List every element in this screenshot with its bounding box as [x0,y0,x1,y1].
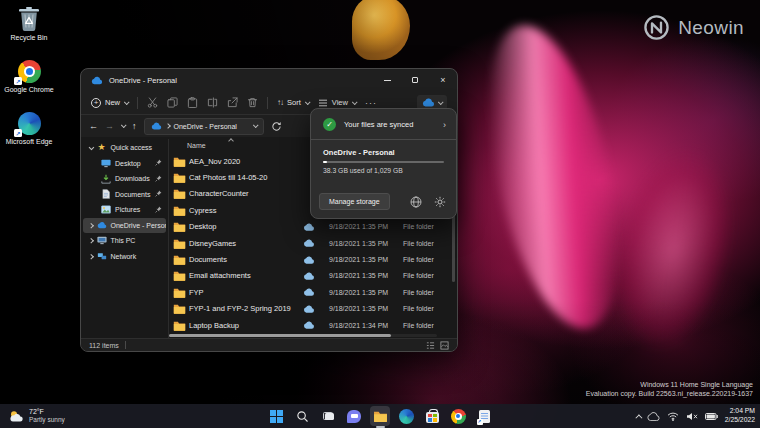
file-row[interactable]: DisneyGames9/18/2021 1:35 PMFile folder [169,235,455,251]
store-icon [426,412,439,423]
copy-icon[interactable] [167,97,178,108]
breadcrumb[interactable]: OneDrive - Personal [174,123,237,130]
edge-icon: ↗ [16,110,42,136]
divider [125,341,126,349]
windows-logo-icon [270,410,283,423]
globe-icon[interactable] [410,196,422,208]
storage-text: 38.3 GB used of 1,029 GB [311,163,456,174]
scrollbar-thumb[interactable] [169,334,391,337]
onedrive-cloud-icon [91,76,103,85]
sync-status-row[interactable]: ✓ Your files are synced › [311,109,456,139]
file-row[interactable]: Laptop Backup9/18/2021 1:34 PMFile folde… [169,317,455,333]
horizontal-scrollbar[interactable] [169,334,437,337]
share-icon[interactable] [227,97,238,108]
pictures-icon [101,205,111,215]
file-row[interactable]: Documents9/18/2021 1:35 PMFile folder [169,251,455,267]
recycle-bin-icon [16,6,42,32]
window-title: OneDrive - Personal [109,76,177,85]
paste-icon[interactable] [187,97,198,108]
onedrive-tray-icon[interactable] [647,412,660,421]
breadcrumb-chevron [165,123,171,129]
desktop-icon-microsoft-edge[interactable]: ↗ Microsoft Edge [2,110,56,147]
start-button[interactable] [266,406,286,426]
task-view-button[interactable] [318,406,338,426]
gear-icon[interactable] [434,196,446,208]
desktop-icon-google-chrome[interactable]: ↗ Google Chrome [2,58,56,95]
sort-arrows-icon: ↑↓ [277,98,283,107]
date-modified: 9/18/2021 1:35 PM [329,289,403,296]
account-name: OneDrive - Personal [311,140,456,161]
star-icon: ★ [97,143,107,153]
storage-progress-fill [323,161,327,163]
edge-icon [399,409,414,424]
neowin-icon [643,14,670,41]
taskbar: 72°F Partly sunny [0,404,760,428]
pinned-app-button[interactable] [474,406,494,426]
manage-storage-button[interactable]: Manage storage [319,193,390,210]
sidebar-item-this-pc[interactable]: This PC [83,233,166,249]
file-row[interactable]: Desktop9/18/2021 1:35 PMFile folder [169,219,455,235]
delete-icon[interactable] [247,97,258,108]
search-button[interactable] [292,406,312,426]
cut-icon[interactable] [147,97,158,108]
details-view-icon[interactable] [426,341,435,350]
forward-button[interactable]: → [105,121,114,131]
file-name: DisneyGames [189,239,303,248]
sidebar-item-documents[interactable]: Documents [83,187,166,203]
sidebar-item-downloads[interactable]: Downloads [83,171,166,187]
navigation-pane: ★ Quick access Desktop Downloads [81,139,169,338]
clock[interactable]: 2:04 PM 2/25/2022 [725,407,755,425]
wifi-icon[interactable] [667,412,679,421]
sidebar-item-network[interactable]: Network [83,249,166,265]
divider [137,97,138,109]
file-row[interactable]: Email attachments9/18/2021 1:35 PMFile f… [169,268,455,284]
file-type: File folder [403,305,455,312]
desktop: Neowin Recycle Bin ↗ Google Chrome ↗ Mic… [0,0,760,428]
date-modified: 9/18/2021 1:35 PM [329,240,403,247]
rename-icon[interactable] [207,97,218,108]
chevron-right-icon: › [443,120,446,130]
file-name: Desktop [189,222,303,231]
file-row[interactable]: FYP9/18/2021 1:35 PMFile folder [169,284,455,300]
sidebar-item-pictures[interactable]: Pictures [83,202,166,218]
volume-muted-icon[interactable] [686,412,698,421]
sort-button[interactable]: ↑↓ Sort [277,98,309,107]
up-button[interactable]: ↑ [132,121,137,131]
edge-button[interactable] [396,406,416,426]
close-button[interactable]: × [429,69,457,91]
file-type: File folder [403,240,455,247]
battery-icon[interactable] [705,413,718,420]
sidebar-item-onedrive[interactable]: OneDrive - Personal [83,218,166,234]
pin-icon [155,159,162,167]
sidebar-item-quick-access[interactable]: ★ Quick access [83,140,166,156]
file-name: CharacterCounter [189,189,303,198]
widgets-weather-button[interactable]: 72°F Partly sunny [8,404,65,428]
new-button[interactable]: + New [91,98,128,108]
title-bar[interactable]: OneDrive - Personal × [81,69,457,91]
minimize-button[interactable] [373,69,401,91]
file-row[interactable]: FYP-1 and FYP-2 Spring 20199/18/2021 1:3… [169,301,455,317]
back-button[interactable]: ← [89,121,98,131]
address-dropdown-chevron[interactable] [252,122,258,128]
address-bar[interactable]: OneDrive - Personal [144,118,264,135]
desktop-icon-recycle-bin[interactable]: Recycle Bin [2,6,56,43]
file-explorer-button[interactable] [370,406,390,426]
chrome-button[interactable] [448,406,468,426]
folder-icon [173,205,189,216]
partly-sunny-icon [8,410,24,422]
taskbar-center-icons [266,404,494,428]
chat-button[interactable] [344,406,364,426]
thumbnail-view-icon[interactable] [440,341,449,350]
more-options-button[interactable]: ··· [365,98,377,108]
network-icon [97,251,107,261]
file-name: Email attachments [189,271,303,280]
sidebar-item-desktop[interactable]: Desktop [83,156,166,172]
store-button[interactable] [422,406,442,426]
refresh-icon[interactable] [271,121,282,132]
clock-time: 2:04 PM [725,407,755,416]
view-button[interactable]: View [318,98,356,107]
hidden-icons-chevron[interactable] [635,414,642,421]
search-icon [296,410,309,423]
maximize-button[interactable] [401,69,429,91]
recent-locations-chevron[interactable] [121,122,127,128]
